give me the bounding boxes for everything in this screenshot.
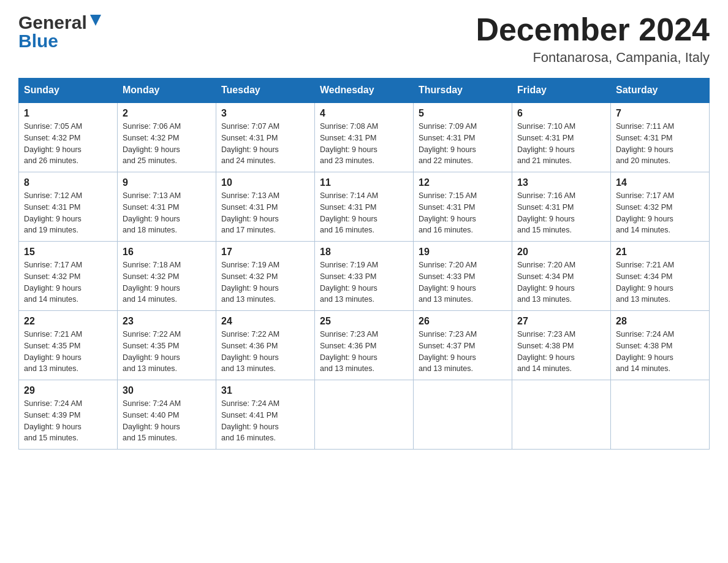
day-info: Sunrise: 7:09 AM Sunset: 4:31 PM Dayligh…	[419, 122, 477, 165]
day-info: Sunrise: 7:20 AM Sunset: 4:34 PM Dayligh…	[517, 261, 575, 304]
day-info: Sunrise: 7:16 AM Sunset: 4:31 PM Dayligh…	[517, 191, 575, 234]
day-info: Sunrise: 7:24 AM Sunset: 4:39 PM Dayligh…	[24, 399, 82, 442]
day-info: Sunrise: 7:17 AM Sunset: 4:32 PM Dayligh…	[616, 191, 674, 234]
day-number: 6	[517, 108, 605, 119]
calendar-cell: 12 Sunrise: 7:15 AM Sunset: 4:31 PM Dayl…	[414, 172, 512, 242]
calendar-cell: 23 Sunrise: 7:22 AM Sunset: 4:35 PM Dayl…	[118, 311, 216, 380]
day-info: Sunrise: 7:13 AM Sunset: 4:31 PM Dayligh…	[123, 191, 181, 234]
calendar-title: December 2024	[476, 12, 710, 47]
logo-blue-text: Blue	[18, 31, 58, 52]
calendar-cell	[315, 380, 414, 450]
day-number: 9	[123, 177, 211, 188]
day-number: 3	[221, 108, 309, 119]
day-info: Sunrise: 7:06 AM Sunset: 4:32 PM Dayligh…	[123, 122, 181, 165]
day-info: Sunrise: 7:19 AM Sunset: 4:32 PM Dayligh…	[221, 261, 279, 304]
day-number: 21	[616, 247, 704, 258]
day-of-week-thursday: Thursday	[414, 79, 512, 103]
day-info: Sunrise: 7:11 AM Sunset: 4:31 PM Dayligh…	[616, 122, 674, 165]
calendar-week-row: 8 Sunrise: 7:12 AM Sunset: 4:31 PM Dayli…	[19, 172, 710, 242]
calendar-cell: 21 Sunrise: 7:21 AM Sunset: 4:34 PM Dayl…	[611, 242, 710, 311]
calendar-week-row: 29 Sunrise: 7:24 AM Sunset: 4:39 PM Dayl…	[19, 380, 710, 450]
day-number: 26	[419, 316, 507, 327]
logo: General Blue	[18, 12, 102, 52]
day-info: Sunrise: 7:13 AM Sunset: 4:31 PM Dayligh…	[221, 191, 279, 234]
calendar-cell: 7 Sunrise: 7:11 AM Sunset: 4:31 PM Dayli…	[611, 102, 710, 172]
day-number: 29	[24, 385, 112, 396]
day-info: Sunrise: 7:24 AM Sunset: 4:41 PM Dayligh…	[221, 399, 279, 442]
day-info: Sunrise: 7:08 AM Sunset: 4:31 PM Dayligh…	[320, 122, 378, 165]
calendar-cell: 17 Sunrise: 7:19 AM Sunset: 4:32 PM Dayl…	[216, 242, 315, 311]
day-number: 13	[517, 177, 605, 188]
day-number: 30	[123, 385, 211, 396]
day-info: Sunrise: 7:07 AM Sunset: 4:31 PM Dayligh…	[221, 122, 279, 165]
day-info: Sunrise: 7:22 AM Sunset: 4:35 PM Dayligh…	[123, 330, 181, 373]
day-number: 20	[517, 247, 605, 258]
calendar-week-row: 1 Sunrise: 7:05 AM Sunset: 4:32 PM Dayli…	[19, 102, 710, 172]
calendar-cell: 29 Sunrise: 7:24 AM Sunset: 4:39 PM Dayl…	[19, 380, 118, 450]
day-of-week-saturday: Saturday	[611, 79, 710, 103]
day-number: 14	[616, 177, 704, 188]
calendar-cell: 20 Sunrise: 7:20 AM Sunset: 4:34 PM Dayl…	[512, 242, 611, 311]
day-number: 1	[24, 108, 112, 119]
calendar-week-row: 22 Sunrise: 7:21 AM Sunset: 4:35 PM Dayl…	[19, 311, 710, 380]
day-number: 5	[419, 108, 507, 119]
day-number: 11	[320, 177, 408, 188]
calendar-cell: 11 Sunrise: 7:14 AM Sunset: 4:31 PM Dayl…	[315, 172, 414, 242]
calendar-cell: 13 Sunrise: 7:16 AM Sunset: 4:31 PM Dayl…	[512, 172, 611, 242]
logo-arrow-icon	[89, 13, 102, 27]
day-number: 28	[616, 316, 704, 327]
day-number: 25	[320, 316, 408, 327]
calendar-cell: 19 Sunrise: 7:20 AM Sunset: 4:33 PM Dayl…	[414, 242, 512, 311]
calendar-cell: 30 Sunrise: 7:24 AM Sunset: 4:40 PM Dayl…	[118, 380, 216, 450]
day-info: Sunrise: 7:15 AM Sunset: 4:31 PM Dayligh…	[419, 191, 477, 234]
day-info: Sunrise: 7:23 AM Sunset: 4:36 PM Dayligh…	[320, 330, 378, 373]
calendar-cell: 10 Sunrise: 7:13 AM Sunset: 4:31 PM Dayl…	[216, 172, 315, 242]
day-info: Sunrise: 7:24 AM Sunset: 4:38 PM Dayligh…	[616, 330, 674, 373]
logo-general-text: General	[18, 12, 87, 33]
svg-marker-0	[90, 15, 101, 26]
day-of-week-sunday: Sunday	[19, 79, 118, 103]
day-number: 18	[320, 247, 408, 258]
day-number: 7	[616, 108, 704, 119]
calendar-cell: 25 Sunrise: 7:23 AM Sunset: 4:36 PM Dayl…	[315, 311, 414, 380]
day-number: 31	[221, 385, 309, 396]
day-number: 22	[24, 316, 112, 327]
day-info: Sunrise: 7:18 AM Sunset: 4:32 PM Dayligh…	[123, 261, 181, 304]
calendar-cell: 26 Sunrise: 7:23 AM Sunset: 4:37 PM Dayl…	[414, 311, 512, 380]
calendar-cell: 8 Sunrise: 7:12 AM Sunset: 4:31 PM Dayli…	[19, 172, 118, 242]
calendar-cell: 3 Sunrise: 7:07 AM Sunset: 4:31 PM Dayli…	[216, 102, 315, 172]
day-number: 15	[24, 247, 112, 258]
day-number: 2	[123, 108, 211, 119]
calendar-cell	[512, 380, 611, 450]
calendar-subtitle: Fontanarosa, Campania, Italy	[476, 50, 710, 66]
day-of-week-monday: Monday	[118, 79, 216, 103]
page-header: General Blue December 2024 Fontanarosa, …	[18, 12, 710, 66]
calendar-cell: 2 Sunrise: 7:06 AM Sunset: 4:32 PM Dayli…	[118, 102, 216, 172]
day-info: Sunrise: 7:21 AM Sunset: 4:34 PM Dayligh…	[616, 261, 674, 304]
day-number: 27	[517, 316, 605, 327]
day-info: Sunrise: 7:23 AM Sunset: 4:38 PM Dayligh…	[517, 330, 575, 373]
day-info: Sunrise: 7:10 AM Sunset: 4:31 PM Dayligh…	[517, 122, 575, 165]
day-number: 17	[221, 247, 309, 258]
title-section: December 2024 Fontanarosa, Campania, Ita…	[476, 12, 710, 66]
day-number: 4	[320, 108, 408, 119]
calendar-cell: 4 Sunrise: 7:08 AM Sunset: 4:31 PM Dayli…	[315, 102, 414, 172]
calendar-week-row: 15 Sunrise: 7:17 AM Sunset: 4:32 PM Dayl…	[19, 242, 710, 311]
day-number: 12	[419, 177, 507, 188]
calendar-cell: 27 Sunrise: 7:23 AM Sunset: 4:38 PM Dayl…	[512, 311, 611, 380]
day-info: Sunrise: 7:21 AM Sunset: 4:35 PM Dayligh…	[24, 330, 82, 373]
calendar-cell: 1 Sunrise: 7:05 AM Sunset: 4:32 PM Dayli…	[19, 102, 118, 172]
day-of-week-wednesday: Wednesday	[315, 79, 414, 103]
calendar-cell: 24 Sunrise: 7:22 AM Sunset: 4:36 PM Dayl…	[216, 311, 315, 380]
day-number: 23	[123, 316, 211, 327]
calendar-cell: 15 Sunrise: 7:17 AM Sunset: 4:32 PM Dayl…	[19, 242, 118, 311]
calendar-cell: 28 Sunrise: 7:24 AM Sunset: 4:38 PM Dayl…	[611, 311, 710, 380]
day-info: Sunrise: 7:17 AM Sunset: 4:32 PM Dayligh…	[24, 261, 82, 304]
day-info: Sunrise: 7:19 AM Sunset: 4:33 PM Dayligh…	[320, 261, 378, 304]
calendar-cell: 6 Sunrise: 7:10 AM Sunset: 4:31 PM Dayli…	[512, 102, 611, 172]
day-number: 10	[221, 177, 309, 188]
calendar-header-row: SundayMondayTuesdayWednesdayThursdayFrid…	[19, 79, 710, 103]
calendar-cell	[611, 380, 710, 450]
day-number: 16	[123, 247, 211, 258]
calendar-cell: 9 Sunrise: 7:13 AM Sunset: 4:31 PM Dayli…	[118, 172, 216, 242]
